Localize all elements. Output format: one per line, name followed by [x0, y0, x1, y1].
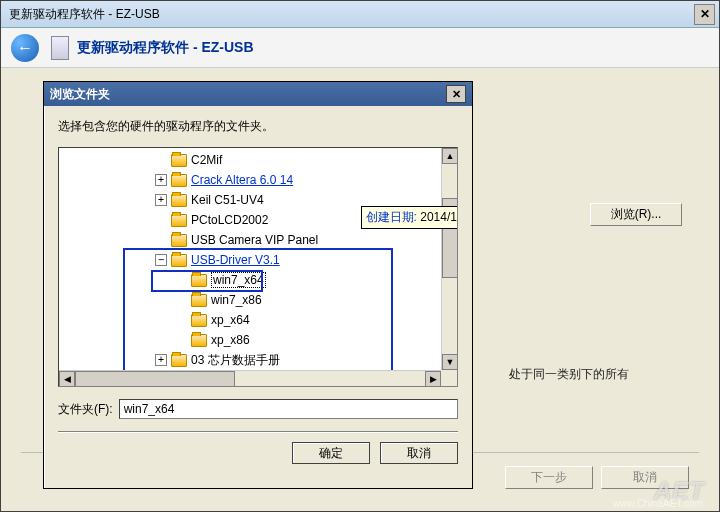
tooltip-value: 2014/10/5 12:00	[417, 210, 458, 224]
scroll-down-icon[interactable]: ▼	[442, 354, 458, 370]
expand-spacer	[155, 154, 167, 166]
folder-input[interactable]	[119, 399, 458, 419]
tree-node[interactable]: USB Camera VIP Panel	[59, 230, 441, 250]
tree-node-label: USB Camera VIP Panel	[191, 233, 318, 247]
vertical-scrollbar[interactable]: ▲ ▼	[441, 148, 457, 370]
watermark-sub: www.ChinaAET.com	[613, 498, 703, 509]
dialog-buttons: 确定 取消	[58, 442, 458, 464]
folder-icon	[171, 174, 187, 187]
dialog-close-button[interactable]: ✕	[446, 85, 466, 103]
tree-node-label: C2Mif	[191, 153, 222, 167]
folder-field: 文件夹(F):	[58, 399, 458, 419]
expand-spacer	[155, 214, 167, 226]
scroll-thumb-h[interactable]	[75, 371, 235, 387]
expand-icon[interactable]: +	[155, 194, 167, 206]
wizard-window: 更新驱动程序软件 - EZ-USB ✕ ← 更新驱动程序软件 - EZ-USB …	[0, 0, 720, 512]
expand-icon[interactable]: +	[155, 174, 167, 186]
tree-node-label: Crack Altera 6.0 14	[191, 173, 293, 187]
dialog-instruction: 选择包含您的硬件的驱动程序的文件夹。	[58, 118, 458, 135]
tree-node[interactable]: C2Mif	[59, 150, 441, 170]
wizard-header: ← 更新驱动程序软件 - EZ-USB	[1, 28, 719, 68]
device-icon	[51, 36, 69, 60]
ok-button[interactable]: 确定	[292, 442, 370, 464]
back-button[interactable]: ←	[11, 34, 39, 62]
tooltip-label: 创建日期:	[366, 210, 417, 224]
folder-icon	[171, 194, 187, 207]
tree-node-label: PCtoLCD2002	[191, 213, 268, 227]
wizard-title: 更新驱动程序软件 - EZ-USB	[9, 6, 160, 23]
expand-spacer	[155, 234, 167, 246]
horizontal-scrollbar[interactable]: ◀ ▶	[59, 370, 441, 386]
next-button[interactable]: 下一步	[505, 466, 593, 489]
folder-icon	[171, 234, 187, 247]
folder-icon	[171, 214, 187, 227]
tree-node-label: Keil C51-UV4	[191, 193, 264, 207]
close-icon[interactable]: ✕	[694, 4, 715, 25]
dialog-title: 浏览文件夹	[50, 86, 110, 103]
browse-button[interactable]: 浏览(R)...	[590, 203, 682, 226]
annotation-box-outer	[123, 248, 393, 372]
folder-tree: C2Mif+Crack Altera 6.0 14+Keil C51-UV4PC…	[58, 147, 458, 387]
browse-folder-dialog: 浏览文件夹 ✕ 选择包含您的硬件的驱动程序的文件夹。 C2Mif+Crack A…	[43, 81, 473, 489]
cancel-button[interactable]: 取消	[380, 442, 458, 464]
dialog-body: 选择包含您的硬件的驱动程序的文件夹。 C2Mif+Crack Altera 6.…	[44, 106, 472, 472]
category-text: 处于同一类别下的所有	[509, 366, 629, 383]
tooltip: 创建日期: 2014/10/5 12:00	[361, 206, 458, 229]
annotation-box-inner	[151, 270, 263, 292]
tree-node[interactable]: +Crack Altera 6.0 14	[59, 170, 441, 190]
scroll-up-icon[interactable]: ▲	[442, 148, 458, 164]
folder-icon	[171, 154, 187, 167]
scroll-left-icon[interactable]: ◀	[59, 371, 75, 387]
dialog-titlebar: 浏览文件夹 ✕	[44, 82, 472, 106]
wizard-header-title: 更新驱动程序软件 - EZ-USB	[77, 39, 254, 57]
scroll-corner	[441, 370, 457, 386]
folder-label: 文件夹(F):	[58, 401, 113, 418]
dialog-separator	[58, 431, 458, 432]
wizard-titlebar: 更新驱动程序软件 - EZ-USB ✕	[1, 1, 719, 28]
scroll-right-icon[interactable]: ▶	[425, 371, 441, 387]
